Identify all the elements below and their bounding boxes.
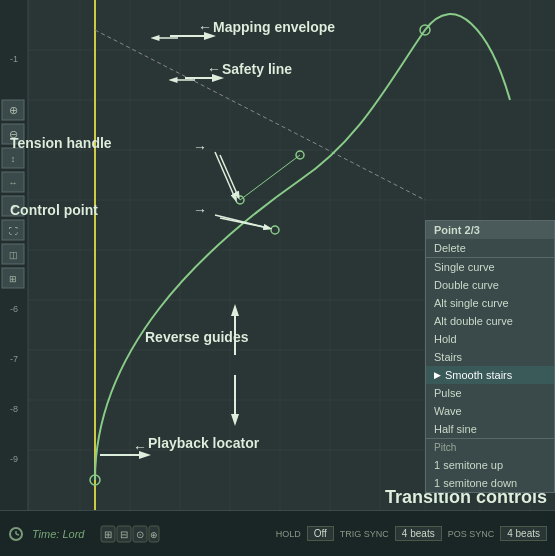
svg-text:←: ← <box>198 19 212 35</box>
time-label: Time: Lord <box>32 528 84 540</box>
svg-text:Control point: Control point <box>10 202 98 218</box>
svg-text:Mapping envelope: Mapping envelope <box>213 19 335 35</box>
pos-sync-label: POS SYNC <box>448 529 495 539</box>
submenu-indicator: ▶ <box>434 370 441 380</box>
context-menu-pitch-section: Pitch <box>426 438 554 456</box>
context-menu-double-curve[interactable]: Double curve <box>426 276 554 294</box>
context-menu-half-sine[interactable]: Half sine <box>426 420 554 438</box>
context-menu: Point 2/3 Delete Single curve Double cur… <box>425 220 555 493</box>
svg-text:←: ← <box>133 439 147 455</box>
svg-text:Reverse guides: Reverse guides <box>145 329 249 345</box>
status-bar: Time: Lord ⊞ ⊟ ⊙ ⊕ HOLD Off TRIG SYNC 4 … <box>0 510 555 556</box>
svg-text:⊙: ⊙ <box>136 529 144 540</box>
context-menu-semitone-down[interactable]: 1 semitone down <box>426 474 554 492</box>
svg-text:⊞: ⊞ <box>104 529 112 540</box>
context-menu-hold[interactable]: Hold <box>426 330 554 348</box>
context-menu-wave[interactable]: Wave <box>426 402 554 420</box>
context-menu-single-curve[interactable]: Single curve <box>426 257 554 276</box>
svg-text:←: ← <box>207 61 221 77</box>
svg-text:⛶: ⛶ <box>9 226 18 236</box>
hold-dropdown[interactable]: Off <box>307 526 334 541</box>
main-container: -1 -2 -3 -4 -5 -6 -7 -8 -9 ⊕ ⊖ ↕ <box>0 0 555 556</box>
svg-text:◫: ◫ <box>9 250 18 260</box>
svg-text:↔: ↔ <box>9 178 18 188</box>
svg-text:-7: -7 <box>10 354 18 364</box>
pos-sync-dropdown[interactable]: 4 beats <box>500 526 547 541</box>
trig-sync-label: TRIG SYNC <box>340 529 389 539</box>
context-menu-header: Point 2/3 <box>426 221 554 239</box>
hold-label: HOLD <box>276 529 301 539</box>
context-menu-delete[interactable]: Delete <box>426 239 554 257</box>
context-menu-smooth-stairs[interactable]: ▶ Smooth stairs <box>426 366 554 384</box>
transport-controls[interactable]: ⊞ ⊟ ⊙ ⊕ <box>100 524 160 544</box>
svg-text:-1: -1 <box>10 54 18 64</box>
svg-text:⊞: ⊞ <box>9 274 17 284</box>
svg-line-83 <box>16 534 19 535</box>
svg-text:↕: ↕ <box>11 154 16 164</box>
clock-icon <box>8 526 24 542</box>
svg-text:→: → <box>193 202 207 218</box>
svg-text:→: → <box>193 139 207 155</box>
svg-text:⊕: ⊕ <box>9 104 18 116</box>
svg-text:⊟: ⊟ <box>120 529 128 540</box>
context-menu-pulse[interactable]: Pulse <box>426 384 554 402</box>
context-menu-alt-double-curve[interactable]: Alt double curve <box>426 312 554 330</box>
context-menu-semitone-up[interactable]: 1 semitone up <box>426 456 554 474</box>
svg-text:Playback locator: Playback locator <box>148 435 260 451</box>
svg-text:Tension handle: Tension handle <box>10 135 112 151</box>
svg-text:-8: -8 <box>10 404 18 414</box>
context-menu-alt-single-curve[interactable]: Alt single curve <box>426 294 554 312</box>
svg-text:-9: -9 <box>10 454 18 464</box>
context-menu-stairs[interactable]: Stairs <box>426 348 554 366</box>
svg-text:-6: -6 <box>10 304 18 314</box>
svg-text:⊕: ⊕ <box>150 530 158 540</box>
trig-sync-dropdown[interactable]: 4 beats <box>395 526 442 541</box>
svg-text:Safety line: Safety line <box>222 61 292 77</box>
